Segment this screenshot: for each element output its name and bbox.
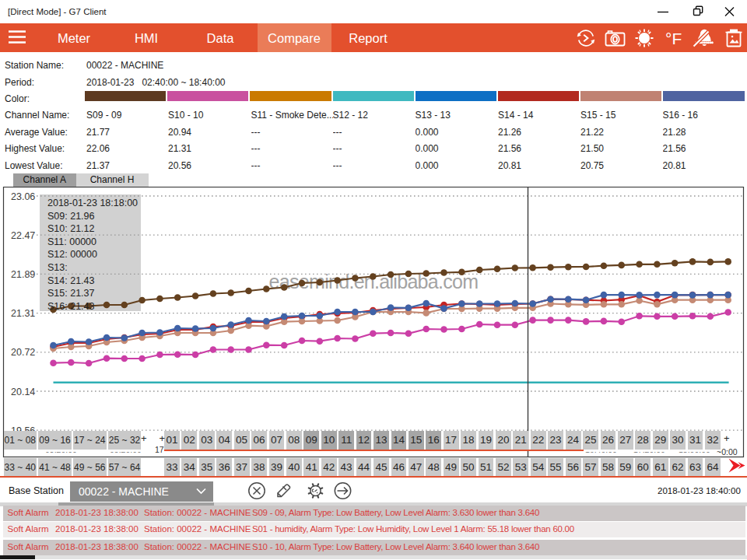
- svg-text:°F: °F: [665, 30, 682, 47]
